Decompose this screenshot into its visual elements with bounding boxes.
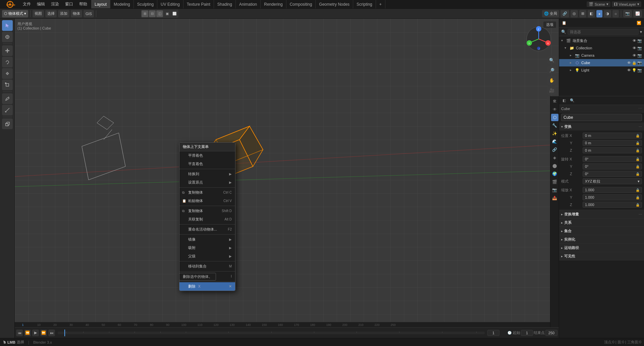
light-render-icon[interactable]: 📷: [637, 68, 642, 72]
collection-render-icon[interactable]: 📷: [637, 46, 642, 50]
props-tools-icon[interactable]: 🛠: [551, 98, 558, 105]
viewport[interactable]: 用户透视 (1) Collection | Cube 选项 Z X Y -Z 🔍…: [15, 19, 559, 338]
location-x-value[interactable]: 0 m 🔒: [583, 133, 642, 139]
toolbar-overlay[interactable]: ⊞: [579, 10, 586, 17]
cube-eye-icon[interactable]: 👁: [627, 61, 631, 65]
menu-edit[interactable]: 编辑: [34, 0, 48, 8]
rotation-z-value[interactable]: 0° 🔒: [583, 171, 642, 177]
tab-texture-paint[interactable]: Texture Paint: [183, 0, 214, 8]
zoom-in-icon[interactable]: 🔍: [547, 56, 556, 64]
scene-eye-icon[interactable]: 👁: [632, 39, 637, 43]
transform-extra-header[interactable]: ▸ 变换增量 ⋯: [559, 210, 644, 218]
location-z-lock[interactable]: 🔒: [636, 149, 640, 152]
outliner-collection[interactable]: ▾ 📁 Collection 👁 📷: [559, 44, 644, 52]
view-icon-4[interactable]: ▣: [164, 10, 170, 17]
toolbar-snap[interactable]: 🔗: [560, 10, 569, 17]
shading-render[interactable]: ○: [612, 10, 619, 17]
ctx-convert[interactable]: 转换到 ▶: [179, 170, 235, 178]
current-frame-display[interactable]: 1: [487, 330, 499, 336]
ctx-snap[interactable]: 吸附 ▶: [179, 244, 235, 252]
ctx-smooth-shading[interactable]: 平滑着色: [179, 151, 235, 160]
light-restrict-icon[interactable]: 💡: [632, 68, 637, 72]
tool-measure[interactable]: [2, 105, 13, 115]
rotation-mode-select[interactable]: XYZ 欧拉 ▾: [583, 178, 642, 184]
toolbar-add[interactable]: 添加: [58, 10, 69, 17]
cube-restrict-icon[interactable]: 🔒: [632, 61, 637, 65]
outliner-cube[interactable]: ▸ ⬡ Cube 👁 🔒 📷: [559, 59, 644, 66]
toolbar-object[interactable]: 物体: [71, 10, 82, 17]
tool-move[interactable]: [2, 45, 13, 56]
toolbar-proportional[interactable]: ◎: [571, 10, 578, 17]
ctx-delete[interactable]: 删除 X ✕: [179, 282, 235, 291]
tool-transform[interactable]: [2, 80, 13, 90]
tool-select[interactable]: [2, 20, 13, 31]
relations-header[interactable]: ▸ 关系: [559, 218, 644, 227]
menu-help[interactable]: 帮助: [76, 0, 90, 8]
outliner-search-input[interactable]: [568, 29, 639, 35]
ctx-duplicate[interactable]: ⧉ 复制物体 Shift D: [179, 207, 235, 215]
location-x-lock[interactable]: 🔒: [636, 134, 640, 138]
rotation-x-lock[interactable]: 🔒: [636, 157, 640, 161]
tab-uv-editing[interactable]: UV Editing: [157, 0, 183, 8]
menu-file[interactable]: 文件: [20, 0, 34, 8]
camera-render-icon[interactable]: 📷: [637, 53, 642, 58]
start-frame-field[interactable]: 1: [521, 330, 533, 336]
blender-logo[interactable]: Blender: [0, 0, 20, 9]
rotation-y-value[interactable]: 0° 🔒: [583, 163, 642, 169]
tool-rotate[interactable]: [2, 57, 13, 67]
tab-shading[interactable]: Shading: [214, 0, 236, 8]
props-view-icon[interactable]: 👁: [551, 106, 558, 113]
timeline-next-frame[interactable]: ⏩: [40, 330, 47, 336]
scale-z-lock[interactable]: 🔒: [636, 203, 640, 207]
ctx-copy-object[interactable]: ⧉ 复制物体 Ctrl C: [179, 188, 235, 197]
toolbar-view[interactable]: 视图: [33, 10, 44, 17]
props-modifier-icon[interactable]: 🔧: [551, 122, 558, 129]
ctx-mirror[interactable]: 镜像 ▶: [179, 235, 235, 244]
tab-geometry-nodes[interactable]: Geometry Nodes: [316, 0, 353, 8]
tool-add-cube[interactable]: [2, 118, 13, 129]
toolbar-gis[interactable]: GIS: [84, 10, 94, 17]
tab-scripting[interactable]: Scripting: [353, 0, 376, 8]
camera-nav-icon[interactable]: 🎥: [547, 86, 556, 95]
tab-rendering[interactable]: Rendering: [261, 0, 286, 8]
motion-paths-header[interactable]: ▸ 运动路径: [559, 244, 644, 252]
props-object-icon[interactable]: ⬡: [551, 114, 558, 121]
tool-scale[interactable]: [2, 68, 13, 79]
zoom-out-icon[interactable]: 🔎: [547, 66, 556, 75]
rotation-y-lock[interactable]: 🔒: [636, 165, 640, 168]
timeline-prev-frame[interactable]: ⏪: [24, 330, 31, 336]
outliner-scene-collection[interactable]: ▾ 🎬 场景集合 👁 📷: [559, 37, 644, 44]
location-y-value[interactable]: 0 m 🔒: [583, 140, 642, 146]
scale-x-value[interactable]: 1.000 🔒: [583, 187, 642, 193]
ctx-origin[interactable]: 设置原点 ▶: [179, 178, 235, 187]
props-render-icon[interactable]: 📷: [551, 186, 558, 194]
hand-icon[interactable]: ✋: [547, 76, 556, 85]
tab-sculpting[interactable]: Sculpting: [134, 0, 157, 8]
props-particles-icon[interactable]: ✨: [551, 130, 558, 137]
outliner-display-icon[interactable]: 📋: [560, 19, 568, 27]
ctx-move-to-collection[interactable]: 移动到集合 M: [179, 262, 235, 270]
outliner-filter-icon[interactable]: ▾: [640, 30, 642, 34]
toolbar-xray[interactable]: ◧: [588, 10, 595, 17]
scale-x-lock[interactable]: 🔒: [636, 188, 640, 192]
object-name-input[interactable]: [561, 114, 642, 121]
timeline-skip-start[interactable]: ⏮: [16, 330, 23, 336]
transform-menu-icon[interactable]: ⋯: [639, 125, 642, 129]
timeline-skip-end[interactable]: ⏭: [48, 330, 55, 336]
timeline-play[interactable]: ▶: [32, 330, 39, 336]
visibility-header[interactable]: ▸ 可见性: [559, 252, 644, 260]
props-menu-dots[interactable]: ⋯: [638, 106, 642, 111]
props-data-icon[interactable]: ◈: [551, 154, 558, 161]
location-y-lock[interactable]: 🔒: [636, 141, 640, 145]
cube-render-icon[interactable]: 📷: [637, 61, 642, 65]
ctx-paste-object[interactable]: 📋 粘贴物体 Ctrl V: [179, 197, 235, 205]
menu-render[interactable]: 渲染: [48, 0, 62, 8]
tab-animation[interactable]: Animation: [236, 0, 261, 8]
end-frame-field[interactable]: 250: [545, 330, 557, 336]
rotation-x-value[interactable]: 0° 🔒: [583, 156, 642, 162]
scale-y-value[interactable]: 1.000 🔒: [583, 194, 642, 200]
ctx-flat-shading[interactable]: 平直着色: [179, 160, 235, 168]
transform-header[interactable]: ▾ 变换 ⋯: [559, 122, 644, 131]
tool-cursor[interactable]: [2, 32, 13, 42]
props-output-icon[interactable]: 📤: [551, 194, 558, 202]
